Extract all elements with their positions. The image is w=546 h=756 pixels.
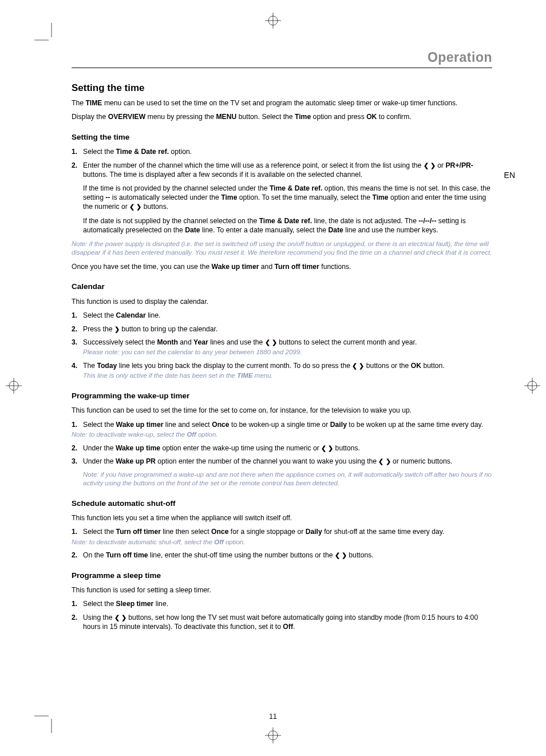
instruction-list: 1.Select the Wake up timer line and sele… [72, 420, 492, 466]
note-text: Note: if you have programmed a wake-up a… [83, 470, 492, 488]
list-item: 3.Successively select the Month and Year… [72, 338, 492, 357]
section-heading: Calendar [72, 282, 492, 292]
crop-mark-icon [34, 23, 57, 46]
list-item: 1.Select the Wake up timer line and sele… [72, 420, 492, 440]
section-heading: Schedule automatic shut-off [72, 498, 492, 509]
main-heading: Setting the time [72, 82, 492, 95]
section-heading: Programming the wake-up timer [72, 391, 492, 401]
note-text: Note: if the power supply is disrupted (… [72, 240, 492, 258]
left-right-arrow-icon: ❮ ❯ [114, 613, 126, 622]
page-header: Operation [72, 49, 492, 68]
left-right-arrow-icon: ❮ ❯ [335, 551, 347, 560]
instruction-list: 1.Select the Turn off timer line then se… [72, 527, 492, 560]
page-content: Operation Setting the time The TIME menu… [72, 49, 492, 636]
note-text: Note: to deactivate automatic shut-off, … [72, 538, 492, 547]
instruction-list: 1.Select the Calendar line. 2.Press the … [72, 311, 492, 381]
list-item: 2.Enter the number of the channel which … [72, 161, 492, 235]
page-number: 11 [0, 713, 546, 721]
left-right-arrow-icon: ❮ ❯ [129, 203, 141, 211]
note-text: Note: to deactivate wake-up, select the … [72, 430, 492, 440]
section-heading: Setting the time [72, 132, 492, 143]
intro-paragraph: The TIME menu can be used to set the tim… [72, 98, 492, 108]
list-item: 1.Select the Turn off timer line then se… [72, 527, 492, 547]
left-right-arrow-icon: ❮ ❯ [265, 338, 277, 347]
list-item: 1.Select the Calendar line. [72, 311, 492, 320]
note-text: Please note: you can set the calendar to… [83, 348, 492, 357]
paragraph: This function can be used to set the tim… [72, 406, 492, 415]
left-right-arrow-icon: ❮ ❯ [378, 457, 390, 466]
list-item: 2.Press the ❯ button to bring up the cal… [72, 324, 492, 334]
intro-paragraph: Display the OVERVIEW menu by pressing th… [72, 112, 492, 121]
list-item: 2.Using the ❮ ❯ buttons, set how long th… [72, 613, 492, 632]
left-right-arrow-icon: ❮ ❯ [352, 362, 364, 370]
section-heading: Programme a sleep time [72, 571, 492, 581]
list-item: 2.On the Turn off time line, enter the s… [72, 551, 492, 560]
list-item: 2.Under the Wake up time option enter th… [72, 444, 492, 453]
instruction-list: 1.Select the Time & Date ref. option. 2.… [72, 147, 492, 235]
note-text: This line is only active if the date has… [83, 371, 492, 381]
header-title: Operation [428, 49, 492, 66]
registration-mark-icon [6, 378, 22, 394]
left-right-arrow-icon: ❮ ❯ [321, 444, 333, 453]
registration-mark-icon [265, 727, 281, 743]
list-item: 1.Select the Sleep timer line. [72, 599, 492, 608]
paragraph: This function is used for setting a slee… [72, 585, 492, 595]
language-indicator: EN [504, 171, 515, 180]
paragraph: This function lets you set a time when t… [72, 513, 492, 523]
registration-mark-icon [265, 13, 281, 29]
list-item: 3.Under the Wake up PR option enter the … [72, 457, 492, 466]
right-arrow-icon: ❯ [114, 325, 120, 334]
list-item: 1.Select the Time & Date ref. option. [72, 147, 492, 156]
paragraph: This function is used to display the cal… [72, 297, 492, 306]
left-right-arrow-icon: ❮ ❯ [424, 161, 436, 170]
instruction-list: 1.Select the Sleep timer line. 2.Using t… [72, 599, 492, 631]
paragraph: Once you have set the time, you can use … [72, 262, 492, 271]
registration-mark-icon [524, 378, 540, 394]
list-item: 4.The Today line lets you bring back the… [72, 361, 492, 381]
